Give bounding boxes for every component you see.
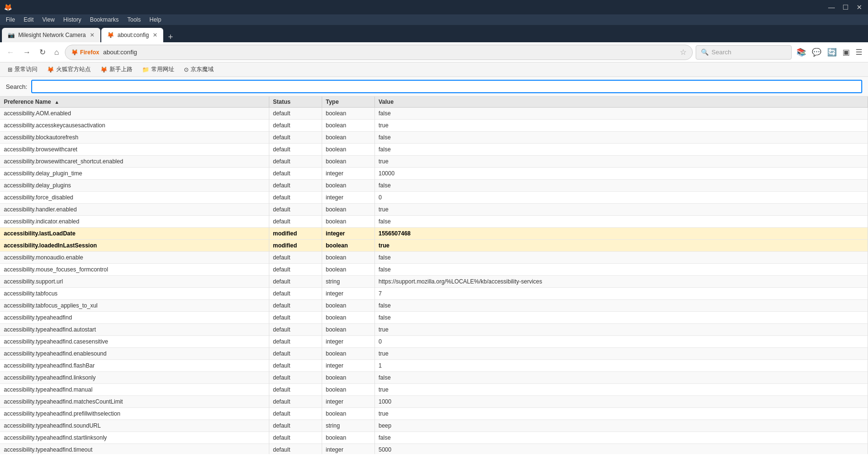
table-row[interactable]: accessibility.indicator.enableddefaultbo… xyxy=(0,216,868,228)
table-row[interactable]: accessibility.lastLoadDatemodifiedintege… xyxy=(0,228,868,240)
cell-status: default xyxy=(269,204,322,216)
table-row[interactable]: accessibility.force_disableddefaultinteg… xyxy=(0,192,868,204)
table-row[interactable]: accessibility.support.urldefaultstringht… xyxy=(0,276,868,288)
menu-icon[interactable]: ☰ xyxy=(854,46,864,59)
menu-help[interactable]: Help xyxy=(145,15,165,24)
menu-tools[interactable]: Tools xyxy=(123,15,145,24)
cell-value: true xyxy=(374,240,868,252)
table-row[interactable]: accessibility.tabfocus_applies_to_xuldef… xyxy=(0,300,868,312)
cell-name: accessibility.tabfocus xyxy=(0,288,269,300)
cell-name: accessibility.monoaudio.enable xyxy=(0,252,269,264)
cell-type: integer xyxy=(322,396,374,408)
cell-type: integer xyxy=(322,168,374,180)
cell-name: accessibility.typeaheadfind.timeout xyxy=(0,444,269,455)
maximize-button[interactable]: ☐ xyxy=(841,3,851,11)
cell-value: true xyxy=(374,120,868,132)
bookmark-icon-newuser: 🦊 xyxy=(100,66,108,73)
table-row[interactable]: accessibility.typeaheadfind.matchesCount… xyxy=(0,396,868,408)
tab-milesight[interactable]: 📷 Milesight Network Camera ✕ xyxy=(2,28,100,42)
reload-button[interactable]: ↻ xyxy=(36,46,48,59)
cell-name: accessibility.tabfocus_applies_to_xul xyxy=(0,300,269,312)
menu-file[interactable]: File xyxy=(2,15,19,24)
back-button[interactable]: ← xyxy=(4,46,17,59)
menu-view[interactable]: View xyxy=(38,15,59,24)
cell-status: default xyxy=(269,396,322,408)
table-row[interactable]: accessibility.browsewithcaretdefaultbool… xyxy=(0,144,868,156)
table-row[interactable]: accessibility.typeaheadfind.timeoutdefau… xyxy=(0,444,868,455)
config-search-input[interactable] xyxy=(31,80,862,93)
cell-type: integer xyxy=(322,288,374,300)
cell-status: default xyxy=(269,156,322,168)
table-row[interactable]: accessibility.monoaudio.enabledefaultboo… xyxy=(0,252,868,264)
table-row[interactable]: accessibility.typeaheadfind.linksonlydef… xyxy=(0,372,868,384)
table-row[interactable]: accessibility.typeaheadfind.prefillwiths… xyxy=(0,408,868,420)
tab-close-milesight[interactable]: ✕ xyxy=(90,32,95,38)
table-row[interactable]: accessibility.AOM.enableddefaultbooleanf… xyxy=(0,108,868,120)
chat-icon[interactable]: 💬 xyxy=(810,46,823,59)
table-row[interactable]: accessibility.tabfocusdefaultinteger7 xyxy=(0,288,868,300)
config-table-wrapper[interactable]: accessibility.AOM.enableddefaultbooleanf… xyxy=(0,108,868,454)
sync-icon[interactable]: 🔄 xyxy=(825,46,839,59)
tab-close-config[interactable]: ✕ xyxy=(153,32,157,38)
cell-type: string xyxy=(322,276,374,288)
table-row[interactable]: accessibility.delay_pluginsdefaultboolea… xyxy=(0,180,868,192)
table-row[interactable]: accessibility.typeaheadfind.manualdefaul… xyxy=(0,384,868,396)
table-row[interactable]: accessibility.typeaheadfind.soundURLdefa… xyxy=(0,420,868,432)
table-row[interactable]: accessibility.blockautorefreshdefaultboo… xyxy=(0,132,868,144)
bookmark-newuser[interactable]: 🦊 新手上路 xyxy=(96,64,136,74)
browser-search-bar[interactable]: 🔍 Search xyxy=(696,45,792,60)
cell-type: boolean xyxy=(322,108,374,120)
table-row[interactable]: accessibility.delay_plugin_timedefaultin… xyxy=(0,168,868,180)
tab-about-config[interactable]: 🦊 about:config ✕ xyxy=(101,28,163,42)
cell-name: accessibility.accesskeycausesactivation xyxy=(0,120,269,132)
menu-bar: File Edit View History Bookmarks Tools H… xyxy=(0,14,868,25)
cell-value: 10000 xyxy=(374,168,868,180)
library-icon[interactable]: 📚 xyxy=(795,46,808,59)
cell-name: accessibility.support.url xyxy=(0,276,269,288)
cell-value: true xyxy=(374,324,868,336)
forward-button[interactable]: → xyxy=(20,46,34,59)
minimize-button[interactable]: — xyxy=(826,3,837,11)
url-text: about:config xyxy=(103,49,676,56)
table-row[interactable]: accessibility.browsewithcaret_shortcut.e… xyxy=(0,156,868,168)
cell-status: default xyxy=(269,180,322,192)
bookmark-star-icon[interactable]: ☆ xyxy=(680,48,687,57)
table-row[interactable]: accessibility.typeaheadfind.enablesoundd… xyxy=(0,348,868,360)
cell-type: boolean xyxy=(322,252,374,264)
table-row[interactable]: accessibility.handler.enableddefaultbool… xyxy=(0,204,868,216)
title-bar: 🦊 — ☐ ✕ xyxy=(0,0,868,14)
bookmark-jingdong[interactable]: ⊙ 京东魔域 xyxy=(180,64,217,74)
new-tab-button[interactable]: + xyxy=(164,32,177,42)
close-button[interactable]: ✕ xyxy=(855,3,864,11)
col-header-status: Status xyxy=(269,97,322,108)
cell-name: accessibility.browsewithcaret xyxy=(0,144,269,156)
table-row[interactable]: accessibility.typeaheadfind.flashBardefa… xyxy=(0,360,868,372)
cell-name: accessibility.blockautorefresh xyxy=(0,132,269,144)
menu-bookmarks[interactable]: Bookmarks xyxy=(86,15,122,24)
bookmark-firefox-official[interactable]: 🦊 火狐官方站点 xyxy=(43,64,95,74)
table-row[interactable]: accessibility.typeaheadfind.casesensitiv… xyxy=(0,336,868,348)
home-button[interactable]: ⌂ xyxy=(51,46,62,59)
cell-name: accessibility.typeaheadfind.startlinkson… xyxy=(0,432,269,444)
url-bar[interactable]: 🦊 Firefox about:config ☆ xyxy=(65,45,693,60)
sidebar-icon[interactable]: ▣ xyxy=(841,46,852,59)
menu-edit[interactable]: Edit xyxy=(20,15,37,24)
col-header-name[interactable]: Preference Name ▲ xyxy=(0,97,269,108)
firefox-indicator: 🦊 Firefox xyxy=(71,49,99,56)
cell-name: accessibility.typeaheadfind.manual xyxy=(0,384,269,396)
cell-status: default xyxy=(269,348,322,360)
bookmark-jingchang[interactable]: ⊞ 景常访问 xyxy=(4,64,41,74)
cell-value: 0 xyxy=(374,336,868,348)
menu-history[interactable]: History xyxy=(60,15,85,24)
cell-name: accessibility.loadedInLastSession xyxy=(0,240,269,252)
table-row[interactable]: accessibility.accesskeycausesactivationd… xyxy=(0,120,868,132)
window-controls: — ☐ ✕ xyxy=(826,3,864,11)
table-row[interactable]: accessibility.loadedInLastSessionmodifie… xyxy=(0,240,868,252)
firefox-icon: 🦊 xyxy=(71,49,78,56)
bookmark-label-newuser: 新手上路 xyxy=(109,65,133,74)
table-row[interactable]: accessibility.typeaheadfinddefaultboolea… xyxy=(0,312,868,324)
table-row[interactable]: accessibility.typeaheadfind.autostartdef… xyxy=(0,324,868,336)
bookmark-common-sites[interactable]: 📁 常用网址 xyxy=(138,64,178,74)
table-row[interactable]: accessibility.typeaheadfind.startlinkson… xyxy=(0,432,868,444)
table-row[interactable]: accessibility.mouse_focuses_formcontrold… xyxy=(0,264,868,276)
